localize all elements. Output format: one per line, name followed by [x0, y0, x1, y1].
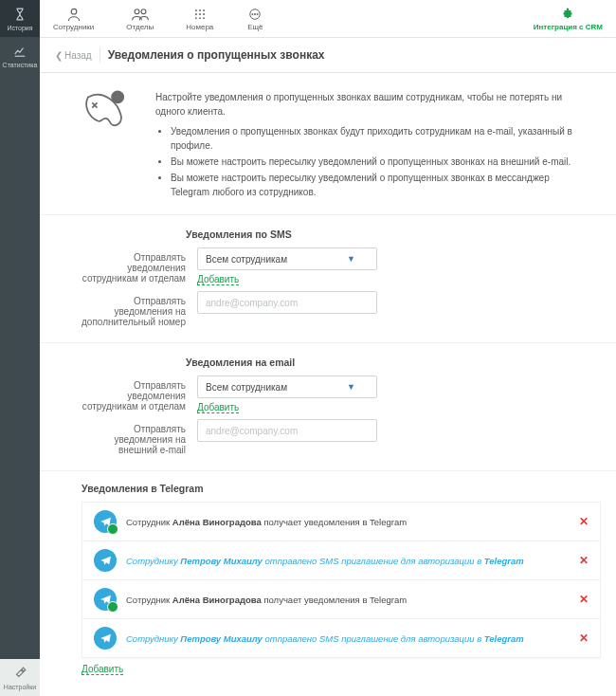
- svg-point-3: [195, 9, 197, 10]
- breadcrumb: ❮ Назад Уведомления о пропущенных звонка…: [40, 38, 616, 73]
- sms-row1-label: Отправлять уведомления сотрудникам и отд…: [82, 247, 186, 284]
- telegram-block: Уведомления в Telegram Сотрудник Алёна В…: [40, 470, 616, 683]
- telegram-add-link[interactable]: Добавить: [82, 664, 123, 675]
- topnav-item-crm[interactable]: Интеграция с CRM: [534, 0, 603, 37]
- topnav-label: Номера: [186, 23, 213, 31]
- svg-point-2: [141, 9, 146, 13]
- telegram-row-delete[interactable]: ✕: [579, 632, 589, 645]
- top-nav: Сотрудники Отделы Номера Ещё Интеграция …: [40, 0, 616, 38]
- wrench-icon: [11, 665, 28, 682]
- form-footer: СОХРАНИТЬ Отменить: [40, 683, 616, 696]
- intro-list: Уведомления о пропущенных звонках будут …: [155, 124, 578, 199]
- svg-text:3: 3: [116, 93, 119, 101]
- sidebar-item-label: Настройки: [4, 684, 36, 690]
- sidebar-item-settings[interactable]: Настройки: [0, 659, 40, 696]
- telegram-row-text: Сотруднику Петрову Михаилу отправлено SM…: [126, 633, 570, 644]
- sidebar-item-history[interactable]: История: [0, 0, 40, 37]
- intro-section: 3 Настройте уведомления о пропущенных зв…: [40, 73, 616, 214]
- sms-extra-number-input[interactable]: andre@company.com: [197, 291, 377, 314]
- sms-block: Уведомления по SMS Отправлять уведомлени…: [40, 214, 616, 342]
- email-block: Уведомления на email Отправлять уведомле…: [40, 342, 616, 470]
- email-row1-label: Отправлять уведомления сотрудникам и отд…: [82, 375, 186, 412]
- topnav-item-employees[interactable]: Сотрудники: [53, 0, 94, 37]
- missed-call-icon: 3: [82, 90, 138, 201]
- placeholder: andre@company.com: [206, 298, 298, 308]
- email-row2-label: Отправлять уведомления на внешний e-mail: [82, 419, 186, 455]
- svg-point-10: [199, 17, 201, 19]
- topnav-item-departments[interactable]: Отделы: [126, 0, 154, 37]
- sidebar-item-label: Статистика: [3, 62, 38, 68]
- sidebar-item-label: История: [7, 25, 32, 31]
- intro-bullet: Вы можете настроить пересылку уведомлени…: [171, 171, 578, 199]
- svg-point-13: [252, 13, 253, 14]
- telegram-row: Сотрудник Алёна Виноградова получает уве…: [82, 502, 601, 541]
- hourglass-icon: [11, 6, 28, 23]
- email-heading: Уведомления на email: [186, 357, 578, 368]
- intro-bullet: Уведомления о пропущенных звонках будут …: [171, 124, 578, 153]
- chevron-down-icon: ▼: [347, 382, 355, 392]
- topnav-item-numbers[interactable]: Номера: [186, 0, 213, 37]
- back-button[interactable]: ❮ Назад: [55, 50, 92, 61]
- back-label: Назад: [64, 50, 92, 61]
- sms-add-link[interactable]: Добавить: [197, 274, 239, 285]
- divider: [100, 47, 100, 63]
- more-icon: [245, 7, 264, 22]
- svg-point-1: [135, 9, 139, 13]
- topnav-label: Интеграция с CRM: [534, 23, 603, 31]
- telegram-row-delete[interactable]: ✕: [579, 593, 589, 606]
- dialpad-icon: [190, 7, 209, 22]
- intro-bullet: Вы можете настроить пересылку уведомлени…: [171, 155, 578, 169]
- telegram-row-text: Сотрудник Алёна Виноградова получает уве…: [126, 517, 570, 527]
- select-value: Всем сотрудникам: [206, 382, 287, 393]
- svg-point-6: [195, 13, 197, 15]
- telegram-row-delete[interactable]: ✕: [579, 554, 589, 567]
- sms-heading: Уведомления по SMS: [186, 229, 578, 240]
- email-external-input[interactable]: andre@company.com: [197, 419, 377, 442]
- svg-point-5: [203, 9, 205, 10]
- puzzle-icon: [558, 7, 577, 22]
- telegram-heading: Уведомления в Telegram: [82, 483, 601, 494]
- svg-point-15: [257, 13, 258, 14]
- svg-point-4: [199, 9, 201, 10]
- telegram-row-text: Сотруднику Петрову Михаилу отправлено SM…: [126, 556, 570, 566]
- telegram-row: Сотруднику Петрову Михаилу отправлено SM…: [82, 541, 601, 580]
- svg-point-9: [195, 17, 197, 19]
- sms-recipients-select[interactable]: Всем сотрудникам ▼: [197, 247, 377, 270]
- people-icon: [131, 7, 150, 22]
- telegram-row-delete[interactable]: ✕: [579, 515, 589, 528]
- email-add-link[interactable]: Добавить: [197, 402, 239, 413]
- sms-row2-label: Отправлять уведомления на дополнительный…: [82, 291, 186, 327]
- telegram-avatar-icon: [94, 588, 117, 611]
- email-recipients-select[interactable]: Всем сотрудникам ▼: [197, 375, 377, 398]
- telegram-avatar-icon: [94, 627, 117, 650]
- telegram-avatar-icon: [94, 549, 117, 572]
- sidebar-item-statistics[interactable]: Статистика: [0, 37, 40, 74]
- telegram-row-text: Сотрудник Алёна Виноградова получает уве…: [126, 595, 570, 605]
- chevron-left-icon: ❮: [55, 50, 63, 61]
- svg-point-8: [203, 13, 205, 15]
- select-value: Всем сотрудникам: [206, 254, 287, 265]
- svg-point-14: [255, 13, 256, 14]
- placeholder: andre@company.com: [206, 426, 298, 436]
- svg-point-7: [199, 13, 201, 15]
- telegram-row: Сотруднику Петрову Михаилу отправлено SM…: [82, 619, 601, 658]
- topnav-label: Сотрудники: [53, 23, 94, 31]
- telegram-avatar-icon: [94, 510, 117, 533]
- person-icon: [64, 7, 83, 22]
- vertical-sidebar: История Статистика Настройки: [0, 0, 40, 696]
- chart-icon: [11, 43, 28, 60]
- page-title: Уведомления о пропущенных звонках: [108, 48, 325, 62]
- svg-point-11: [203, 17, 205, 19]
- topnav-label: Отделы: [126, 23, 154, 31]
- chevron-down-icon: ▼: [347, 254, 355, 264]
- topnav-label: Ещё: [247, 23, 263, 31]
- telegram-list: Сотрудник Алёна Виноградова получает уве…: [82, 502, 601, 658]
- topnav-item-more[interactable]: Ещё: [245, 0, 264, 37]
- telegram-row: Сотрудник Алёна Виноградова получает уве…: [82, 580, 601, 619]
- intro-lead: Настройте уведомления о пропущенных звон…: [155, 90, 578, 119]
- svg-point-0: [71, 9, 77, 14]
